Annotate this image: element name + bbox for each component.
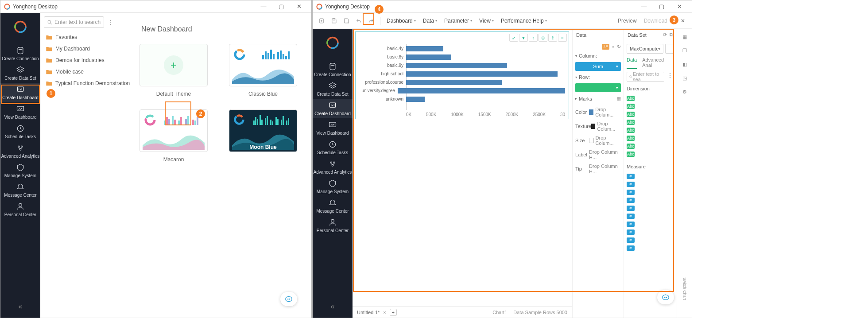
label-dropzone[interactable]: Drop Column H... <box>589 149 621 160</box>
folder-demos[interactable]: Demos for Industries <box>44 55 138 65</box>
sidebar-item-view-dashboard[interactable]: View Dashboard <box>0 102 40 122</box>
chart-export-icon[interactable]: ⇪ <box>548 34 557 42</box>
sidebar-item-create-dataset[interactable]: Create Data Set <box>313 79 353 99</box>
new-file-icon[interactable] <box>316 16 327 26</box>
column-pill[interactable]: Sum▾ <box>575 62 621 71</box>
redo-icon[interactable] <box>366 16 376 26</box>
minimize-button[interactable]: — <box>635 0 653 13</box>
dimension-field[interactable]: Abc <box>627 152 674 157</box>
marks-menu-icon[interactable]: ▦ <box>616 96 621 101</box>
editor-close-icon[interactable]: ✕ <box>678 16 688 26</box>
search-input[interactable]: Enter text to search <box>44 16 104 28</box>
undo-icon[interactable] <box>353 16 364 26</box>
sidebar-item-manage[interactable]: Manage System <box>0 161 40 180</box>
chart-menu-icon[interactable]: ≡ <box>558 34 567 42</box>
ds-refresh-icon[interactable]: ⟳ <box>663 32 667 38</box>
measure-field[interactable]: # <box>627 245 674 251</box>
sidebar-item-message[interactable]: Message Center <box>313 196 353 216</box>
more-menu-icon[interactable]: ⋮ <box>107 19 115 26</box>
chart-component[interactable]: ⤢ ▼ ↕ ⊕ ⇪ ≡ basic.4ybasic.6ybasic.9yhigh… <box>355 31 569 119</box>
tab-close-icon[interactable]: × <box>383 310 386 315</box>
dataset-select[interactable]: MaxCompute▾ <box>627 44 663 54</box>
menu-perf-help[interactable]: Performance Help▾ <box>498 18 550 24</box>
tab-add-icon[interactable]: + <box>390 309 397 316</box>
sidebar-item-manage[interactable]: Manage System <box>313 177 353 196</box>
menu-parameter[interactable]: Parameter▾ <box>442 18 475 24</box>
sidebar-collapse-icon[interactable]: « <box>19 303 23 311</box>
refresh-small-icon[interactable]: ↻ <box>617 44 621 50</box>
sidebar-item-schedule[interactable]: Schedule Tasks <box>0 122 40 141</box>
component-icon[interactable]: ◧ <box>682 62 687 67</box>
maximize-button[interactable]: ▢ <box>653 0 670 13</box>
folder-favorites[interactable]: Favorites <box>44 32 138 42</box>
ds-tab-advanced[interactable]: Advanced Anal <box>642 57 674 69</box>
filter-small-icon[interactable]: ⭑ <box>612 44 614 50</box>
style-icon[interactable]: ◳ <box>682 75 687 81</box>
sidebar-item-create-dashboard[interactable]: Create Dashboard <box>313 99 353 118</box>
sidebar-item-personal[interactable]: Personal Center <box>313 216 353 235</box>
folder-typical[interactable]: Typical Function Demonstration <box>44 78 138 88</box>
dimension-field[interactable]: Abc <box>627 112 674 117</box>
sidebar-item-message[interactable]: Message Center <box>0 180 40 200</box>
texture-dropzone[interactable]: Drop Colum... <box>597 121 621 132</box>
measure-field[interactable]: # <box>627 174 674 179</box>
measure-field[interactable]: # <box>627 206 674 211</box>
chart-zoom-icon[interactable]: ⊕ <box>539 34 547 42</box>
save-as-icon[interactable] <box>341 16 352 26</box>
theme-macaron[interactable]: Macaron <box>140 109 208 163</box>
sidebar-item-create-dashboard[interactable]: Create Dashboard <box>0 83 40 102</box>
folder-mobile[interactable]: Mobile case <box>44 67 138 77</box>
sidebar-item-create-connection[interactable]: Create Connection <box>313 60 353 79</box>
canvas-tab[interactable]: Untitled-1* <box>357 310 380 315</box>
tip-dropzone[interactable]: Drop Column H... <box>589 163 621 174</box>
measure-field[interactable]: # <box>627 190 674 195</box>
aggregate-icon[interactable]: Σ≡ <box>602 44 609 50</box>
chart-filter-icon[interactable]: ▼ <box>519 34 528 42</box>
sidebar-item-personal[interactable]: Personal Center <box>0 200 40 219</box>
row-pill[interactable]: ▾ <box>575 83 621 92</box>
grid-icon[interactable]: ▦ <box>682 34 687 40</box>
ds-more-icon[interactable]: ⋮ <box>666 72 674 82</box>
chart-sort-icon[interactable]: ↕ <box>529 34 538 42</box>
dimension-field[interactable]: Abc <box>627 128 674 133</box>
sidebar-item-create-connection[interactable]: Create Connection <box>0 44 40 63</box>
dataset-edit-icon[interactable] <box>665 44 674 54</box>
minimize-button[interactable]: — <box>255 0 272 13</box>
chart-fullscreen-icon[interactable]: ⤢ <box>509 34 518 42</box>
maximize-button[interactable]: ▢ <box>272 0 290 13</box>
settings-icon[interactable]: ⚙ <box>682 89 687 95</box>
folder-my-dashboard[interactable]: My Dashboard <box>44 44 138 54</box>
dimension-field[interactable]: Abc <box>627 104 674 109</box>
sidebar-item-schedule[interactable]: Schedule Tasks <box>313 138 353 157</box>
color-dropzone[interactable]: Drop Colum... <box>595 107 621 117</box>
theme-default[interactable]: + Default Theme <box>140 44 208 97</box>
ds-tab-data[interactable]: Data <box>627 57 637 69</box>
close-button[interactable]: ✕ <box>670 0 688 13</box>
dimension-field[interactable]: Abc <box>627 96 674 101</box>
assistant-bot-icon[interactable] <box>280 292 297 306</box>
menu-view[interactable]: View▾ <box>477 18 496 24</box>
measure-field[interactable]: # <box>627 214 674 219</box>
dimension-field[interactable]: Abc <box>627 120 674 125</box>
sidebar-item-advanced[interactable]: Advanced Analytics <box>313 157 353 177</box>
sidebar-item-create-dataset[interactable]: Create Data Set <box>0 63 40 83</box>
sidebar-item-advanced[interactable]: Advanced Analytics <box>0 141 40 161</box>
measure-field[interactable]: # <box>627 237 674 243</box>
measure-field[interactable]: # <box>627 222 674 227</box>
layers-icon[interactable]: ❐ <box>682 48 687 54</box>
theme-classic-blue[interactable]: Classic Blue <box>229 44 297 97</box>
ds-link-icon[interactable]: ⧉ <box>670 32 673 38</box>
theme-moon-blue[interactable]: Moon Blue <box>229 109 297 163</box>
measure-field[interactable]: # <box>627 198 674 203</box>
measure-field[interactable]: # <box>627 230 674 235</box>
menu-dashboard[interactable]: Dashboard▾ <box>384 18 418 24</box>
close-button[interactable]: ✕ <box>290 0 308 13</box>
assistant-bot-icon[interactable] <box>657 290 674 304</box>
dimension-field[interactable]: Abc <box>627 144 674 149</box>
sidebar-item-view-dashboard[interactable]: View Dashboard <box>313 118 353 138</box>
measure-field[interactable]: # <box>627 182 674 187</box>
size-dropzone[interactable]: Drop Colum... <box>596 135 621 146</box>
preview-link[interactable]: Preview <box>615 18 639 24</box>
ds-search-input[interactable]: Enter text to sea <box>627 72 664 82</box>
dimension-field[interactable]: Abc <box>627 136 674 141</box>
